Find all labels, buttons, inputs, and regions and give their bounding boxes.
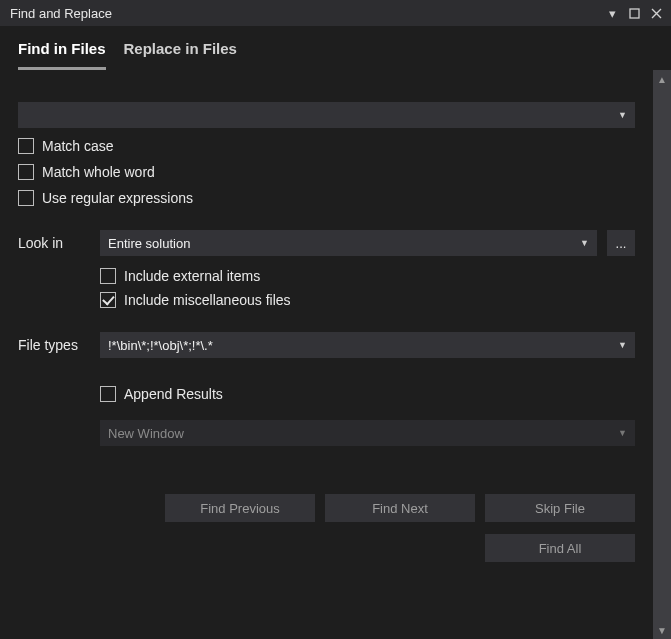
find-previous-button[interactable]: Find Previous xyxy=(165,494,315,522)
append-results-label[interactable]: Append Results xyxy=(124,386,223,402)
use-regex-checkbox[interactable] xyxy=(18,190,34,206)
file-types-input[interactable]: !*\bin\*;!*\obj\*;!*\.* ▼ xyxy=(100,332,635,358)
match-whole-word-label[interactable]: Match whole word xyxy=(42,164,155,180)
look-in-select[interactable]: Entire solution ▼ xyxy=(100,230,597,256)
look-in-label: Look in xyxy=(18,235,90,251)
scrollbar[interactable]: ▲ ▼ xyxy=(653,70,671,639)
content-area: ▼ Match case Match whole word Use regula… xyxy=(0,70,671,639)
match-whole-word-checkbox[interactable] xyxy=(18,164,34,180)
match-case-label[interactable]: Match case xyxy=(42,138,114,154)
file-types-value: !*\bin\*;!*\obj\*;!*\.* xyxy=(108,338,213,353)
include-misc-checkbox[interactable] xyxy=(100,292,116,308)
results-destination-select[interactable]: New Window ▼ xyxy=(100,420,635,446)
find-all-button[interactable]: Find All xyxy=(485,534,635,562)
titlebar: Find and Replace ▾ xyxy=(0,0,671,26)
maximize-icon[interactable] xyxy=(627,6,641,20)
tab-bar: Find in Files Replace in Files xyxy=(0,26,671,70)
chevron-down-icon: ▼ xyxy=(618,428,627,438)
results-destination-value: New Window xyxy=(108,426,184,441)
tab-find-in-files[interactable]: Find in Files xyxy=(18,40,106,70)
window-title: Find and Replace xyxy=(10,6,112,21)
include-external-label[interactable]: Include external items xyxy=(124,268,260,284)
match-case-checkbox[interactable] xyxy=(18,138,34,154)
scroll-up-icon[interactable]: ▲ xyxy=(653,70,671,88)
include-external-checkbox[interactable] xyxy=(100,268,116,284)
use-regex-label[interactable]: Use regular expressions xyxy=(42,190,193,206)
svg-rect-0 xyxy=(630,9,639,18)
window-controls: ▾ xyxy=(605,6,663,20)
browse-button[interactable]: ... xyxy=(607,230,635,256)
skip-file-button[interactable]: Skip File xyxy=(485,494,635,522)
window-dropdown-icon[interactable]: ▾ xyxy=(605,6,619,20)
ellipsis-icon: ... xyxy=(616,236,627,251)
append-results-checkbox[interactable] xyxy=(100,386,116,402)
search-term-input[interactable]: ▼ xyxy=(18,102,635,128)
include-misc-label[interactable]: Include miscellaneous files xyxy=(124,292,291,308)
file-types-label: File types xyxy=(18,337,90,353)
chevron-down-icon: ▼ xyxy=(580,238,589,248)
tab-replace-in-files[interactable]: Replace in Files xyxy=(124,40,237,70)
scroll-down-icon[interactable]: ▼ xyxy=(653,621,671,639)
chevron-down-icon: ▼ xyxy=(618,110,627,120)
close-icon[interactable] xyxy=(649,6,663,20)
find-next-button[interactable]: Find Next xyxy=(325,494,475,522)
chevron-down-icon: ▼ xyxy=(618,340,627,350)
look-in-value: Entire solution xyxy=(108,236,190,251)
